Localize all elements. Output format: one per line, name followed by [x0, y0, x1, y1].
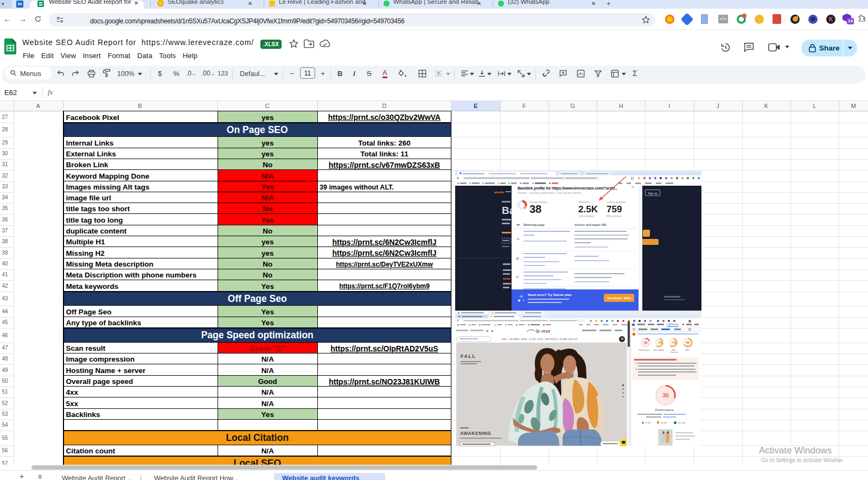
svg-text:79: 79 [672, 341, 676, 344]
svg-text:85: 85 [686, 341, 690, 344]
svg-text:36: 36 [662, 392, 669, 399]
svg-text:78: 78 [658, 341, 662, 344]
svg-text:36: 36 [644, 341, 648, 344]
svg-text:le reve: le reve [536, 328, 551, 334]
